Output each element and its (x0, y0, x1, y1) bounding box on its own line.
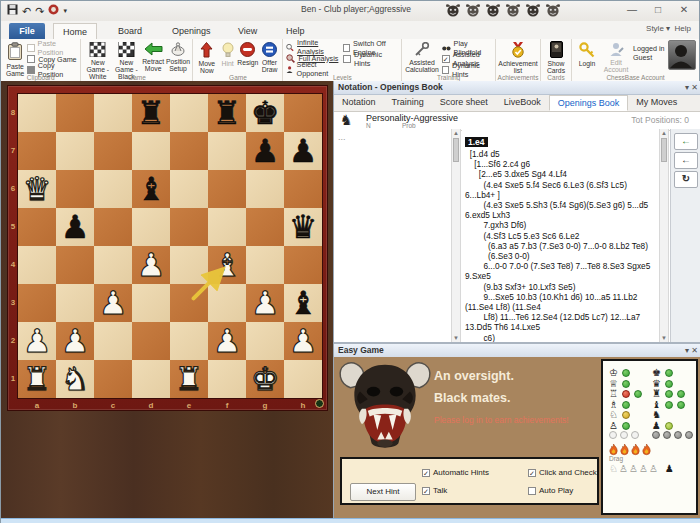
card-dot-green[interactable] (665, 390, 673, 398)
next-hint-button[interactable]: Next Hint (350, 483, 416, 501)
card-dot-grayfill[interactable] (674, 431, 682, 439)
drag-piece-icon[interactable]: ♘ (609, 463, 618, 474)
hint-button[interactable]: Hint (218, 40, 237, 74)
piece-bk-g8[interactable]: ♚ (246, 94, 284, 132)
minimize-button[interactable]: — (619, 1, 645, 19)
piece-wp-f2[interactable]: ♟ (208, 322, 246, 360)
square-g6[interactable] (246, 170, 284, 208)
square-e6[interactable] (170, 170, 208, 208)
mascot-icon[interactable] (525, 3, 541, 18)
square-b4[interactable] (56, 246, 94, 284)
book-back-button[interactable]: ← (674, 133, 698, 150)
drag-piece-icon[interactable]: ♙ (619, 463, 628, 474)
select-opponent-button[interactable]: Select Opponent (286, 64, 339, 74)
piece-wb-f4[interactable]: ♝ (208, 246, 246, 284)
square-h4[interactable] (284, 246, 322, 284)
drag-piece-icon[interactable]: ♙ (629, 463, 638, 474)
card-dot-red[interactable] (622, 390, 630, 398)
card-dot-green[interactable] (622, 369, 630, 377)
card-piece-icon[interactable]: ♔ (609, 368, 618, 378)
card-dot-green[interactable] (677, 401, 685, 409)
card-dot-lightgreen[interactable] (665, 422, 673, 430)
mascot-icon[interactable] (445, 3, 461, 18)
square-h1[interactable] (284, 360, 322, 398)
assisted-calculation-button[interactable]: Assisted Calculation (405, 40, 439, 76)
square-c6[interactable] (94, 170, 132, 208)
panel-close-icon[interactable]: ✕ (691, 83, 698, 92)
card-piece-icon[interactable]: ♗ (609, 400, 618, 410)
card-piece-icon[interactable]: ♕ (609, 379, 618, 389)
checkbox-auto-play[interactable]: Auto Play (528, 486, 573, 495)
save-icon[interactable] (7, 2, 18, 20)
redo-icon[interactable]: ↷ (35, 2, 44, 20)
paste-position-button[interactable]: Paste Position (27, 43, 78, 53)
drag-piece-icon[interactable]: ♙ (639, 463, 648, 474)
achievement-list-button[interactable]: Achievement list (496, 39, 540, 74)
piece-br-f8[interactable]: ♜ (208, 94, 246, 132)
close-button[interactable]: ✕ (671, 1, 697, 19)
login-button[interactable]: Login (575, 40, 599, 67)
offer-draw-button[interactable]: Offer Draw (259, 40, 281, 74)
card-dot-green[interactable] (622, 380, 630, 388)
card-piece-icon[interactable]: ♛ (652, 379, 661, 389)
selected-move[interactable]: 1.e4 (465, 137, 488, 147)
tab-notation[interactable]: Notation (334, 95, 384, 111)
square-d3[interactable] (132, 284, 170, 322)
square-e4[interactable] (170, 246, 208, 284)
square-b7[interactable] (56, 132, 94, 170)
mascot-icon[interactable] (465, 3, 481, 18)
tree-scrollbar[interactable]: ▲▼ (659, 129, 669, 342)
file-menu-tab[interactable]: File (9, 23, 45, 39)
card-dot-green[interactable] (665, 369, 673, 377)
variation-tree-pane[interactable]: 1.e4 [1.d4 d5 [1...Sf6 2.c4 g6 [2...e5 3… (462, 129, 659, 342)
card-dot-yellow[interactable] (622, 411, 630, 419)
square-c8[interactable] (94, 94, 132, 132)
piece-br-d8[interactable]: ♜ (132, 94, 170, 132)
piece-wp-h2[interactable]: ♟ (284, 322, 322, 360)
square-d1[interactable] (132, 360, 170, 398)
card-piece-icon[interactable]: ♜ (652, 389, 661, 399)
card-dot-green[interactable] (665, 380, 673, 388)
checkbox-automatic-hints[interactable]: ✓Automatic Hints (422, 468, 489, 477)
piece-wn-b1[interactable]: ♞ (56, 360, 94, 398)
infinite-analysis-button[interactable]: Infinite Analysis (286, 42, 339, 52)
card-dot-grayline[interactable] (620, 431, 628, 439)
piece-wp-c3[interactable]: ♟ (94, 284, 132, 322)
square-d5[interactable] (132, 208, 170, 246)
square-c1[interactable] (94, 360, 132, 398)
square-c7[interactable] (94, 132, 132, 170)
square-h8[interactable] (284, 94, 322, 132)
column-prob[interactable]: Prob (402, 122, 416, 129)
tab-my-moves[interactable]: My Moves (628, 95, 685, 111)
card-dot-green[interactable] (677, 390, 685, 398)
easy-game-titlebar[interactable]: Easy Game ▾ ✕ (334, 344, 700, 358)
card-piece-icon[interactable]: ♞ (652, 410, 661, 420)
notation-panel-titlebar[interactable]: Notation - Openings Book ▾ ✕ (334, 81, 700, 95)
card-dot-grayline[interactable] (631, 431, 639, 439)
square-h6[interactable] (284, 170, 322, 208)
square-f5[interactable] (208, 208, 246, 246)
resign-button[interactable]: Resign (237, 40, 259, 74)
piece-wr-e1[interactable]: ♜ (170, 360, 208, 398)
drag-piece-icon[interactable]: ♟ (665, 463, 674, 474)
drag-piece-icon[interactable]: ♙ (649, 463, 658, 474)
tab-openings[interactable]: Openings (163, 23, 220, 39)
easy-dropdown-icon[interactable]: ▾ (685, 346, 689, 355)
square-f3[interactable] (208, 284, 246, 322)
square-g2[interactable] (246, 322, 284, 360)
chess-board[interactable]: ♜♜♚♟♟♛♝♟♛♟♝♟♟♝♟♟♟♟♜♞♜♚ (18, 94, 322, 398)
tab-home[interactable]: Home (53, 23, 97, 39)
card-dot-green[interactable] (622, 422, 630, 430)
tab-livebook[interactable]: LiveBook (496, 95, 549, 111)
book-refresh-button[interactable]: ↻ (674, 171, 698, 188)
square-g4[interactable] (246, 246, 284, 284)
card-dot-green[interactable] (622, 401, 630, 409)
square-c2[interactable] (94, 322, 132, 360)
qat-dropdown-icon[interactable]: ▾ (63, 2, 67, 20)
tab-training[interactable]: Training (384, 95, 432, 111)
square-b6[interactable] (56, 170, 94, 208)
piece-wq-a6[interactable]: ♛ (18, 170, 56, 208)
square-a4[interactable] (18, 246, 56, 284)
square-a5[interactable] (18, 208, 56, 246)
tab-board[interactable]: Board (109, 23, 151, 39)
